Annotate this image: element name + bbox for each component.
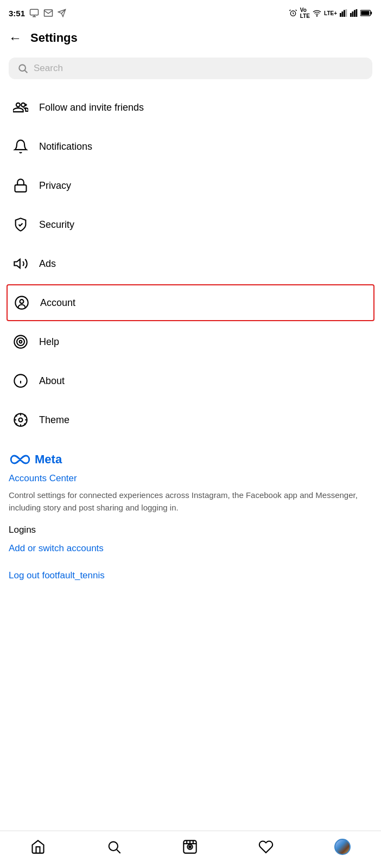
teams-icon [29,8,39,18]
svg-point-25 [14,335,27,348]
nav-home[interactable] [22,837,54,857]
lte-label: LTE+ [324,10,337,16]
menu-label-about: About [39,375,65,387]
svg-point-23 [15,296,28,309]
menu-label-follow: Follow and invite friends [39,102,144,113]
nav-heart[interactable] [250,837,282,857]
meta-logo: Meta [9,452,372,467]
status-bar: 3:51 VoLTE LTE+ [0,0,381,24]
svg-marker-22 [14,259,20,268]
svg-rect-7 [342,11,344,17]
svg-point-45 [189,846,191,848]
theme-icon [11,410,30,430]
meta-logo-text: Meta [35,452,62,467]
menu-item-ads[interactable]: Ads [9,244,372,283]
svg-rect-12 [354,10,355,17]
svg-rect-16 [361,11,369,15]
search-container: Search [0,52,381,88]
menu-label-notifications: Notifications [39,141,92,152]
nav-profile[interactable] [326,837,359,857]
svg-point-17 [19,65,26,71]
logins-label: Logins [9,525,372,535]
menu-label-account: Account [40,297,75,309]
alarm-icon [289,9,297,17]
svg-point-5 [316,16,317,16]
status-right: VoLTE LTE+ [289,7,372,19]
status-left: 3:51 [9,8,66,18]
signal2-icon [350,9,358,17]
heart-icon [258,839,274,854]
back-button[interactable]: ← [9,30,22,46]
svg-rect-0 [30,9,39,15]
svg-rect-11 [352,11,354,17]
help-icon [11,332,30,352]
home-icon [30,839,46,854]
svg-line-18 [25,71,28,73]
menu-label-privacy: Privacy [39,180,71,192]
logout-link[interactable]: Log out footfault_tennis [9,570,372,581]
nav-reels[interactable] [174,837,206,857]
gmail-icon [43,8,53,18]
profile-avatar [334,839,351,855]
ads-icon [11,254,30,273]
svg-point-41 [109,842,118,851]
svg-point-27 [20,341,22,343]
menu-item-notifications[interactable]: Notifications [9,127,372,166]
lock-icon [11,176,30,195]
nav-search[interactable] [98,837,130,857]
svg-line-42 [117,850,120,853]
add-person-icon [11,98,30,117]
search-nav-icon [106,839,122,854]
svg-rect-10 [350,13,352,17]
volte-label: VoLTE [300,7,310,19]
svg-rect-15 [371,11,372,14]
bottom-nav [0,831,381,868]
meta-description: Control settings for connected experienc… [9,489,372,514]
svg-rect-13 [356,9,358,17]
shield-icon [11,215,30,234]
svg-point-24 [20,299,24,303]
menu-item-about[interactable]: About [9,361,372,400]
menu-label-help: Help [39,336,59,348]
menu-list: Follow and invite friends Notifications … [0,88,381,439]
header: ← Settings [0,24,381,52]
menu-label-theme: Theme [39,414,69,426]
svg-rect-9 [346,9,347,17]
accounts-center-link[interactable]: Accounts Center [9,473,372,484]
svg-rect-21 [15,185,27,192]
meta-logo-icon [9,454,31,465]
info-icon [11,371,30,391]
search-bar[interactable]: Search [9,58,372,79]
svg-point-32 [19,418,23,422]
menu-item-privacy[interactable]: Privacy [9,166,372,205]
bell-icon [11,137,30,156]
menu-item-account[interactable]: Account [7,284,374,321]
search-placeholder: Search [34,63,63,74]
page-title: Settings [30,31,78,45]
account-icon [12,293,31,312]
menu-item-theme[interactable]: Theme [9,400,372,439]
time-display: 3:51 [9,9,25,18]
battery-icon [360,10,372,16]
svg-rect-6 [340,13,341,17]
add-switch-accounts-link[interactable]: Add or switch accounts [9,543,372,554]
wifi-icon [313,9,321,17]
send-icon [58,9,66,17]
menu-item-security[interactable]: Security [9,205,372,244]
menu-item-follow[interactable]: Follow and invite friends [9,88,372,127]
reels-icon [182,839,198,854]
menu-label-security: Security [39,219,74,231]
menu-label-ads: Ads [39,258,56,270]
svg-rect-8 [344,10,345,17]
svg-point-26 [17,338,24,346]
search-icon [17,63,28,74]
menu-item-help[interactable]: Help [9,322,372,361]
meta-section: Meta Accounts Center Control settings fo… [0,439,381,585]
signal1-icon [340,9,347,17]
